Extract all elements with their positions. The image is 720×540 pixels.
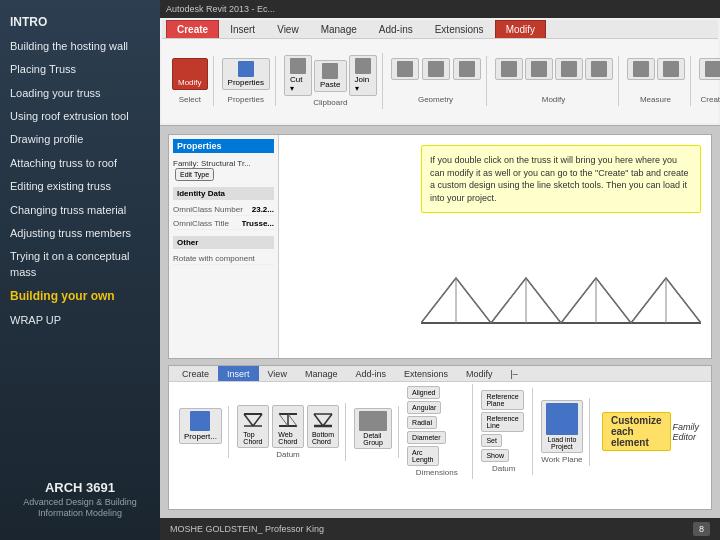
aligned-btn[interactable]: Aligned bbox=[407, 386, 440, 399]
bottom-group-reference: ReferencePlane ReferenceLine Set Show Da… bbox=[475, 388, 533, 475]
omni-class-title-row: OmniClass Title Trusse... bbox=[173, 218, 274, 230]
tab-create[interactable]: Create bbox=[166, 20, 219, 38]
svg-line-25 bbox=[323, 414, 332, 426]
diameter-btn[interactable]: Diameter bbox=[407, 431, 445, 444]
svg-line-15 bbox=[253, 414, 262, 426]
footer-page: 8 bbox=[693, 522, 710, 536]
geometry-btn-1[interactable] bbox=[391, 58, 419, 80]
bottom-chord-icon bbox=[312, 408, 334, 430]
measure-btn-2[interactable] bbox=[657, 58, 685, 80]
info-box: If you double click on the truss it will… bbox=[421, 145, 701, 213]
arc-length-label: ArcLength bbox=[412, 449, 433, 463]
svg-line-6 bbox=[456, 278, 491, 323]
load-into-project-btn-bottom[interactable]: Load intoProject bbox=[541, 400, 583, 453]
tab-manage[interactable]: Manage bbox=[310, 20, 368, 38]
bottom-tab-modify[interactable]: Modify bbox=[457, 366, 502, 381]
geometry-btn-2[interactable] bbox=[422, 58, 450, 80]
bottom-tab-insert[interactable]: Insert bbox=[218, 366, 259, 381]
set-label: Set bbox=[486, 437, 497, 444]
sidebar-item-conceptual-mass[interactable]: Trying it on a conceptual mass bbox=[0, 245, 160, 284]
web-chord-label: WebChord bbox=[278, 431, 297, 445]
svg-line-5 bbox=[421, 278, 456, 323]
bottom-group-work-plane: Load intoProject Work Plane bbox=[535, 398, 590, 466]
sidebar-item-roof-extrusion[interactable]: Using roof extrusion tool bbox=[0, 105, 160, 128]
bottom-tab-manage[interactable]: Manage bbox=[296, 366, 347, 381]
omni-class-number-label: OmniClass Number bbox=[173, 205, 243, 214]
cut-btn[interactable]: Cut ▾ bbox=[284, 55, 312, 96]
join-btn[interactable]: Join ▾ bbox=[349, 55, 377, 96]
sidebar-item-adjusting-members[interactable]: Adjusting truss members bbox=[0, 222, 160, 245]
bottom-properties-btn[interactable]: Propert... bbox=[179, 408, 222, 444]
geometry-group-label: Geometry bbox=[418, 95, 453, 104]
tab-insert[interactable]: Insert bbox=[219, 20, 266, 38]
create-btn[interactable] bbox=[699, 58, 721, 80]
radial-btn[interactable]: Radial bbox=[407, 416, 437, 429]
highlight-label: Customize each element bbox=[602, 412, 671, 451]
omni-class-title-label: OmniClass Title bbox=[173, 219, 229, 228]
create-group-label: Create bbox=[700, 95, 720, 104]
mod-btn-1[interactable] bbox=[495, 58, 523, 80]
bottom-properties-icon bbox=[190, 411, 210, 431]
paste-label: Paste bbox=[320, 80, 340, 89]
sidebar-item-building-own[interactable]: Building your own bbox=[0, 284, 160, 309]
detail-group-btn[interactable]: DetailGroup bbox=[354, 408, 392, 449]
tab-extensions[interactable]: Extensions bbox=[424, 20, 495, 38]
sidebar-item-drawing-profile[interactable]: Drawing profile bbox=[0, 128, 160, 151]
tab-view[interactable]: View bbox=[266, 20, 310, 38]
top-chord-btn[interactable]: TopChord bbox=[237, 405, 269, 448]
sidebar: INTRO Building the hosting wall Placing … bbox=[0, 0, 160, 540]
ref-line-btn[interactable]: ReferenceLine bbox=[481, 412, 523, 432]
measure-icon-1 bbox=[633, 61, 649, 77]
mod-btn-3[interactable] bbox=[555, 58, 583, 80]
svg-line-8 bbox=[526, 278, 561, 323]
geometry-icon-2 bbox=[428, 61, 444, 77]
arc-length-btn[interactable]: ArcLength bbox=[407, 446, 438, 466]
aligned-label: Aligned bbox=[412, 389, 435, 396]
ribbon-group-properties: Properties Properties bbox=[217, 56, 276, 106]
bottom-tab-view[interactable]: View bbox=[259, 366, 296, 381]
tab-modify[interactable]: Modify bbox=[495, 20, 546, 38]
sidebar-item-hosting-wall[interactable]: Building the hosting wall bbox=[0, 35, 160, 58]
sidebar-item-loading-truss[interactable]: Loading your truss bbox=[0, 82, 160, 105]
family-type-label: Family: Structural Tr... bbox=[173, 159, 251, 168]
mod-btn-2[interactable] bbox=[525, 58, 553, 80]
modify-btn[interactable]: Modify bbox=[172, 58, 208, 90]
geometry-btn-3[interactable] bbox=[453, 58, 481, 80]
paste-btn[interactable]: Paste bbox=[314, 60, 346, 92]
set-btn[interactable]: Set bbox=[481, 434, 502, 447]
sidebar-item-placing-truss[interactable]: Placing Truss bbox=[0, 58, 160, 81]
omni-class-number-row: OmniClass Number 23.2... bbox=[173, 204, 274, 216]
arch-title: ARCH 3691 bbox=[10, 480, 150, 495]
sidebar-item-changing-material[interactable]: Changing truss material bbox=[0, 199, 160, 222]
bottom-tab-addins[interactable]: Add-ins bbox=[346, 366, 395, 381]
svg-line-10 bbox=[596, 278, 631, 323]
angular-btn[interactable]: Angular bbox=[407, 401, 441, 414]
radial-label: Radial bbox=[412, 419, 432, 426]
slide-top: Properties Family: Structural Tr... Edit… bbox=[168, 134, 712, 359]
family-type-row: Family: Structural Tr... Edit Type bbox=[173, 157, 274, 183]
sidebar-item-wrap-up[interactable]: WRAP UP bbox=[0, 309, 160, 332]
rotate-row: Rotate with component bbox=[173, 253, 274, 265]
omni-class-number-value: 23.2... bbox=[252, 205, 274, 214]
mod-btn-4[interactable] bbox=[585, 58, 613, 80]
tab-addins[interactable]: Add-ins bbox=[368, 20, 424, 38]
edit-type-btn[interactable]: Edit Type bbox=[175, 168, 214, 181]
measure-btn-1[interactable] bbox=[627, 58, 655, 80]
bottom-chord-btn[interactable]: BottomChord bbox=[307, 405, 339, 448]
omni-class-title-value: Trusse... bbox=[242, 219, 274, 228]
properties-icon bbox=[238, 61, 254, 77]
bottom-tab-extensions[interactable]: Extensions bbox=[395, 366, 457, 381]
ribbon-group-measure: Measure bbox=[622, 56, 691, 106]
mod-icon-2 bbox=[531, 61, 547, 77]
svg-line-7 bbox=[491, 278, 526, 323]
show-btn[interactable]: Show bbox=[481, 449, 509, 462]
properties-btn[interactable]: Properties bbox=[222, 58, 270, 90]
ref-plane-btn[interactable]: ReferencePlane bbox=[481, 390, 523, 410]
svg-line-14 bbox=[244, 414, 253, 426]
main-content: Autodesk Revit 2013 - Ec... Create Inser… bbox=[160, 0, 720, 540]
dimensions-group-label: Dimensions bbox=[416, 468, 458, 477]
sidebar-item-editing-truss[interactable]: Editing existing truss bbox=[0, 175, 160, 198]
sidebar-item-attaching-truss[interactable]: Attaching truss to roof bbox=[0, 152, 160, 175]
web-chord-btn[interactable]: WebChord bbox=[272, 405, 304, 448]
bottom-tab-create[interactable]: Create bbox=[173, 366, 218, 381]
